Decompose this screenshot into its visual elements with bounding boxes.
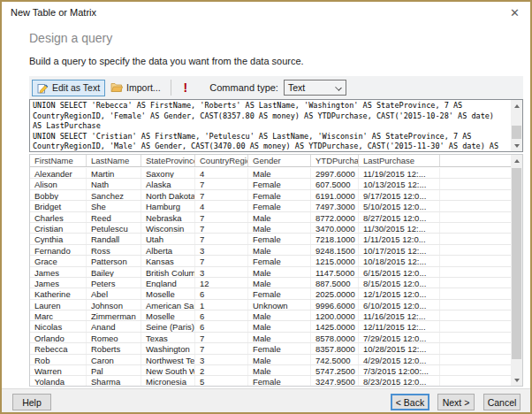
table-cell: Female bbox=[248, 288, 311, 298]
cancel-button[interactable]: Cancel bbox=[483, 394, 521, 410]
table-row[interactable]: CynthiaRandallUtah7Female7218.10001/11/2… bbox=[30, 234, 511, 244]
table-row[interactable]: JamesPetersEngland12Male887.50008/15/201… bbox=[30, 278, 511, 288]
table-cell: Northwest Terri... bbox=[141, 355, 195, 364]
table-cell: 3 bbox=[195, 245, 248, 255]
table-cell: Bridget bbox=[30, 201, 87, 211]
window-title: New Table or Matrix bbox=[11, 7, 96, 18]
table-cell: Rebecca bbox=[30, 343, 87, 353]
query-sql-text[interactable]: UNION SELECT 'Rebecca' AS FirstName, 'Ro… bbox=[33, 101, 509, 150]
results-scrollbar[interactable] bbox=[511, 155, 522, 386]
table-row[interactable]: BobbySanchezNorth Dakota7Female6191.0000… bbox=[30, 190, 511, 201]
results-scrollbar-thumb[interactable] bbox=[512, 168, 521, 359]
run-query-exclamation-icon[interactable]: ! bbox=[184, 80, 188, 96]
table-cell: Anand bbox=[87, 321, 141, 331]
query-text-editor[interactable]: UNION SELECT 'Rebecca' AS FirstName, 'Ro… bbox=[29, 99, 523, 152]
table-row[interactable]: CristianPetulescuWisconsin7Male3470.0000… bbox=[30, 223, 511, 234]
table-cell: 1/11/2015 12:0... bbox=[359, 234, 440, 243]
scroll-down-icon[interactable] bbox=[511, 374, 522, 386]
table-cell: Rob bbox=[30, 355, 87, 364]
table-cell: Hamburg bbox=[141, 201, 195, 211]
table-row[interactable]: RebeccaRobertsWashington7Female8357.8000… bbox=[30, 343, 511, 354]
table-row[interactable]: LaurenJohnsonAmerican Samoa1Unknown9996.… bbox=[30, 300, 511, 310]
table-row[interactable]: JamesBaileyBritish Columbia3Male1147.500… bbox=[30, 267, 511, 278]
table-cell: 2025.0000 bbox=[311, 288, 359, 298]
table-cell: 11/19/2015 12:... bbox=[359, 168, 440, 178]
table-cell: 11/30/2015 12:... bbox=[359, 223, 440, 233]
table-cell: 1200.0000 bbox=[311, 310, 359, 320]
results-grid: FirstNameLastNameStateProvinceCountryReg… bbox=[29, 154, 523, 387]
table-cell: 6/10/2015 12:0... bbox=[359, 300, 440, 310]
table-cell: Sharma bbox=[87, 376, 141, 386]
table-row[interactable]: FernandoRossAlberta3Male9248.150010/17/2… bbox=[30, 245, 511, 256]
table-cell: Seine (Paris) bbox=[141, 321, 195, 331]
table-cell: Katherine bbox=[30, 288, 87, 298]
query-scrollbar-thumb[interactable] bbox=[512, 126, 521, 139]
table-cell: Female bbox=[248, 201, 311, 211]
column-header-lastname: LastName bbox=[87, 155, 141, 166]
table-row[interactable]: RobCaronNorthwest Terri...3Male742.50004… bbox=[30, 355, 511, 365]
table-cell: Moselle bbox=[141, 288, 195, 298]
next-button[interactable]: Next > bbox=[437, 394, 475, 410]
table-cell: 4/29/2015 12:0... bbox=[359, 355, 440, 364]
table-row[interactable]: YolandaSharmaMicronesia5Female3247.95008… bbox=[30, 376, 511, 386]
scroll-down-icon[interactable] bbox=[511, 140, 522, 151]
table-cell: 7 bbox=[195, 333, 248, 342]
table-cell: Male bbox=[248, 365, 311, 375]
chevron-down-icon bbox=[335, 84, 342, 91]
table-cell: Texas bbox=[141, 333, 195, 342]
table-cell: James bbox=[30, 267, 87, 277]
table-row[interactable]: AlisonNathAlaska7Female607.500010/13/201… bbox=[30, 179, 511, 189]
table-cell: 1425.0000 bbox=[311, 321, 359, 331]
table-cell: Patterson bbox=[87, 256, 141, 265]
table-cell: Male bbox=[248, 267, 311, 277]
table-row[interactable]: BridgetSheHamburg4Female7497.30005/10/20… bbox=[30, 201, 511, 211]
table-row[interactable]: CharlesReedNebraska7Male8772.00008/27/20… bbox=[30, 212, 511, 223]
import-button[interactable]: Import... bbox=[105, 80, 166, 96]
table-cell: 1147.5000 bbox=[311, 267, 359, 277]
table-cell: Male bbox=[248, 212, 311, 222]
table-row[interactable]: OrlandoRomeoTexas7Male8578.00007/29/2015… bbox=[30, 333, 511, 343]
column-header-lastpurchase: LastPurchase bbox=[359, 155, 440, 166]
command-type-select[interactable]: Text bbox=[284, 80, 346, 96]
table-cell: 6 bbox=[195, 321, 248, 331]
scroll-up-icon[interactable] bbox=[511, 100, 522, 111]
table-cell: 3 bbox=[195, 355, 248, 364]
table-cell: 6 bbox=[195, 310, 248, 320]
table-row[interactable]: MarcZimmermanMoselle6Male1200.000011/16/… bbox=[30, 310, 511, 321]
table-cell: 5 bbox=[195, 376, 248, 386]
edit-as-text-button[interactable]: Edit as Text bbox=[32, 80, 105, 96]
table-cell: 6/15/2015 12:0... bbox=[359, 267, 440, 277]
query-scrollbar[interactable] bbox=[511, 100, 522, 151]
table-cell: Charles bbox=[30, 212, 87, 222]
table-cell: 8/15/2015 12:0... bbox=[359, 278, 440, 288]
table-cell: Caron bbox=[87, 355, 141, 364]
dialog-new-table-or-matrix: New Table or Matrix ✕ Design a query Bui… bbox=[0, 0, 532, 414]
table-cell: 7497.3000 bbox=[311, 201, 359, 211]
scroll-up-icon[interactable] bbox=[511, 155, 522, 166]
table-cell: She bbox=[87, 201, 141, 211]
table-row[interactable]: KatherineAbelMoselle6Female2025.000012/1… bbox=[30, 288, 511, 299]
table-cell: Pal bbox=[87, 365, 141, 375]
table-cell: Male bbox=[248, 333, 311, 342]
table-cell: Nebraska bbox=[141, 212, 195, 222]
table-cell: 4 bbox=[195, 168, 248, 178]
table-cell: 3 bbox=[195, 267, 248, 277]
table-row[interactable]: NicolasAnandSeine (Paris)6Male1425.00001… bbox=[30, 321, 511, 332]
command-type-label: Command type: bbox=[209, 82, 278, 93]
table-cell: 9996.6000 bbox=[311, 300, 359, 310]
close-icon[interactable]: ✕ bbox=[510, 7, 520, 19]
table-cell: 5/10/2015 12:0... bbox=[359, 201, 440, 211]
table-cell: Bobby bbox=[30, 190, 87, 200]
table-cell: Orlando bbox=[30, 333, 87, 342]
table-cell: American Samoa bbox=[141, 300, 195, 310]
table-cell: British Columbia bbox=[141, 267, 195, 277]
table-cell: Male bbox=[248, 278, 311, 288]
table-cell: Wisconsin bbox=[141, 223, 195, 233]
table-row[interactable]: WarrenPalNew South Wales2Male5747.25007/… bbox=[30, 365, 511, 376]
table-cell: 887.5000 bbox=[311, 278, 359, 288]
help-button[interactable]: Help bbox=[12, 394, 51, 410]
back-button[interactable]: < Back bbox=[391, 394, 429, 410]
table-row[interactable]: GracePattersonKansas7Female1215.000010/1… bbox=[30, 256, 511, 266]
table-row[interactable]: AlexanderMartinSaxony4Male2997.600011/19… bbox=[30, 168, 511, 179]
column-header-countryregionid: CountryRegionID bbox=[195, 155, 248, 166]
